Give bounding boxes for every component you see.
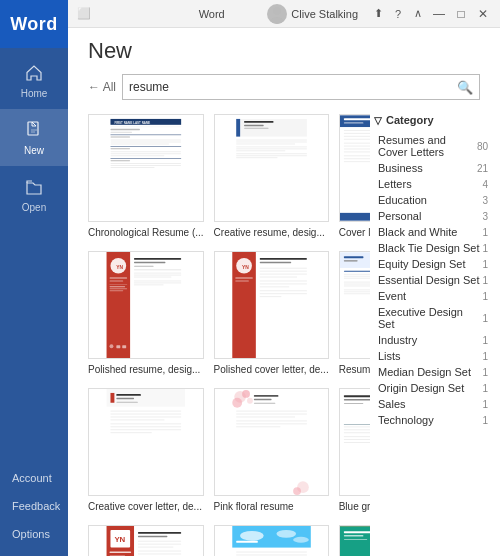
svg-rect-46	[344, 139, 370, 140]
template-thumb-3	[339, 114, 370, 222]
category-label: Personal	[378, 210, 421, 222]
svg-text:YN: YN	[242, 265, 249, 270]
template-item[interactable]: NAME HERE Blue grey resume	[339, 388, 370, 513]
svg-rect-23	[110, 167, 154, 168]
template-name-2: Creative resume, desig...	[214, 226, 329, 239]
user-avatar	[267, 4, 287, 24]
category-item[interactable]: Event 1	[374, 288, 492, 304]
svg-rect-76	[122, 346, 126, 349]
svg-rect-26	[236, 119, 240, 137]
category-item[interactable]: Median Design Set 1	[374, 364, 492, 380]
minimize-button[interactable]: —	[430, 5, 448, 23]
svg-rect-29	[244, 128, 269, 129]
category-item[interactable]: Resumes and Cover Letters 80	[374, 132, 492, 160]
template-thumb-4: YN	[88, 251, 204, 359]
sidebar-options[interactable]: Options	[0, 520, 68, 548]
svg-rect-105	[344, 282, 370, 283]
template-thumb-10: YN	[88, 525, 204, 556]
ribbon-icon[interactable]: ⬜	[76, 6, 92, 22]
template-name-7: Creative cover letter, de...	[88, 500, 204, 513]
svg-rect-69	[134, 273, 181, 274]
category-item[interactable]: Industry 1	[374, 332, 492, 348]
template-item[interactable]: Resume (color)	[339, 251, 370, 376]
svg-rect-66	[134, 262, 165, 263]
template-item[interactable]: YN	[88, 251, 204, 376]
category-item[interactable]: Personal 3	[374, 208, 492, 224]
category-item[interactable]: Executive Design Set 1	[374, 304, 492, 332]
category-item[interactable]: Business 21	[374, 160, 492, 176]
category-label: Technology	[378, 414, 434, 426]
search-container: 🔍	[122, 74, 480, 100]
sidebar-item-new[interactable]: New	[0, 109, 68, 166]
svg-rect-152	[344, 430, 370, 431]
template-item[interactable]: YN	[88, 525, 204, 556]
maximize-button[interactable]: □	[452, 5, 470, 23]
category-label: Black Tie Design Set	[378, 242, 480, 254]
category-item[interactable]: Technology 1	[374, 412, 492, 428]
category-item[interactable]: Lists 1	[374, 348, 492, 364]
template-thumb-2	[214, 114, 329, 222]
template-item[interactable]: YN	[214, 251, 329, 376]
svg-rect-103	[344, 276, 370, 277]
main-area: ⬜ Word Clive Stalking ⬆ ? ∧ — □ ✕ New ← …	[68, 0, 500, 556]
category-item[interactable]: Letters 4	[374, 176, 492, 192]
svg-point-177	[240, 531, 264, 541]
category-item[interactable]: Origin Design Set 1	[374, 380, 492, 396]
template-item[interactable]: Creative cover letter, de...	[88, 388, 204, 513]
search-input[interactable]	[129, 80, 457, 94]
svg-rect-171	[138, 547, 173, 548]
close-button[interactable]: ✕	[474, 5, 492, 23]
svg-rect-62	[109, 287, 125, 288]
sidebar-item-open[interactable]: Open	[0, 166, 68, 223]
svg-rect-84	[259, 258, 306, 260]
help-icon[interactable]: ?	[390, 6, 406, 22]
template-item[interactable]: Headshot resume	[339, 525, 370, 556]
share-icon[interactable]: ⬆	[370, 6, 386, 22]
svg-rect-155	[344, 439, 370, 440]
category-item[interactable]: Black and White 1	[374, 224, 492, 240]
template-item[interactable]: FIRST NAME LAST NAME	[88, 114, 204, 239]
svg-rect-112	[107, 389, 186, 407]
search-icon[interactable]: 🔍	[457, 80, 473, 95]
sidebar-account[interactable]: Account	[0, 464, 68, 492]
titlebar-user: Clive Stalking	[267, 4, 358, 24]
svg-rect-119	[110, 417, 181, 418]
template-item[interactable]: Cover letter (blue)	[339, 114, 370, 239]
svg-rect-37	[236, 156, 307, 157]
svg-rect-148	[344, 399, 370, 400]
svg-rect-34	[236, 149, 307, 150]
sidebar-item-home[interactable]: Home	[0, 52, 68, 109]
category-count: 1	[482, 399, 488, 410]
template-item[interactable]: Creative resume, desig...	[214, 114, 329, 239]
svg-point-179	[293, 537, 309, 543]
sidebar-feedback[interactable]: Feedback	[0, 492, 68, 520]
svg-point-1	[273, 7, 281, 15]
template-thumb-6	[339, 251, 370, 359]
category-item[interactable]: Sales 1	[374, 396, 492, 412]
svg-rect-167	[138, 532, 181, 534]
svg-rect-17	[110, 154, 181, 155]
svg-rect-191	[340, 527, 370, 556]
svg-rect-16	[110, 152, 181, 153]
template-item[interactable]: Blue sky resume	[214, 525, 329, 556]
svg-rect-49	[344, 149, 370, 150]
svg-rect-108	[344, 290, 370, 291]
user-name: Clive Stalking	[291, 8, 358, 20]
ribbon-toggle-icon[interactable]: ∧	[410, 6, 426, 22]
svg-rect-101	[344, 271, 370, 272]
svg-rect-63	[109, 289, 127, 290]
svg-rect-110	[344, 294, 370, 295]
svg-rect-60	[109, 281, 123, 282]
svg-rect-75	[116, 346, 120, 349]
category-count: 3	[482, 195, 488, 206]
category-item[interactable]: Essential Design Set 1	[374, 272, 492, 288]
category-item[interactable]: Education 3	[374, 192, 492, 208]
category-item[interactable]: Black Tie Design Set 1	[374, 240, 492, 256]
svg-rect-149	[344, 403, 364, 404]
svg-point-178	[276, 530, 296, 538]
category-item[interactable]: Equity Design Set 1	[374, 256, 492, 272]
template-item[interactable]: Pink floral resume	[214, 388, 329, 513]
back-button[interactable]: ← All	[88, 80, 116, 94]
svg-rect-134	[236, 414, 307, 415]
open-label: Open	[22, 202, 46, 213]
